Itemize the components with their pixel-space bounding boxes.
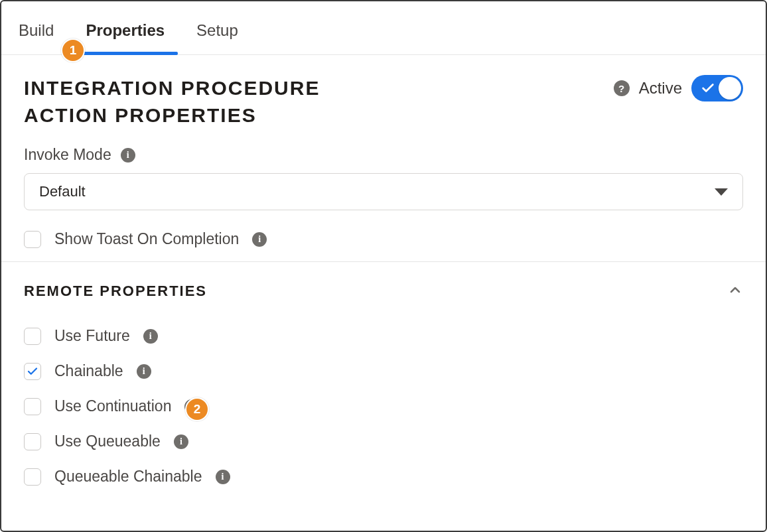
show-toast-row: Show Toast On Completion i bbox=[24, 230, 743, 248]
page-title-line1: INTEGRATION PROCEDURE bbox=[24, 77, 320, 99]
page-title-line2: ACTION PROPERTIES bbox=[24, 104, 257, 126]
info-icon[interactable]: i bbox=[216, 470, 230, 484]
tab-setup[interactable]: Setup bbox=[184, 1, 258, 54]
show-toast-label: Show Toast On Completion bbox=[54, 230, 239, 248]
chainable-label: Chainable bbox=[54, 362, 123, 380]
use-future-label: Use Future bbox=[54, 327, 130, 345]
use-future-row: Use Future i bbox=[24, 327, 743, 345]
active-toggle-group: ? Active bbox=[614, 75, 743, 101]
properties-header: INTEGRATION PROCEDURE ACTION PROPERTIES … bbox=[1, 55, 766, 134]
remote-properties-header: REMOTE PROPERTIES bbox=[24, 282, 743, 300]
help-icon[interactable]: ? bbox=[614, 80, 630, 96]
info-icon[interactable]: i bbox=[252, 232, 267, 247]
invoke-mode-label-text: Invoke Mode bbox=[24, 146, 111, 164]
chainable-checkbox[interactable] bbox=[24, 363, 41, 380]
page-title: INTEGRATION PROCEDURE ACTION PROPERTIES bbox=[24, 75, 320, 129]
use-queueable-label: Use Queueable bbox=[54, 432, 161, 450]
use-queueable-checkbox[interactable] bbox=[24, 433, 41, 450]
invoke-mode-select[interactable]: Default bbox=[24, 173, 743, 210]
toggle-knob bbox=[719, 77, 741, 100]
queueable-chainable-row: Queueable Chainable i bbox=[24, 468, 743, 486]
use-future-checkbox[interactable] bbox=[24, 328, 41, 345]
chainable-row: Chainable i bbox=[24, 362, 743, 380]
callout-1: 1 bbox=[61, 38, 85, 62]
info-icon[interactable]: i bbox=[143, 329, 158, 344]
tab-bar: Build Properties Setup bbox=[1, 1, 766, 55]
remote-properties-list: Use Future i Chainable i Use Continuatio… bbox=[24, 327, 743, 486]
use-continuation-checkbox[interactable] bbox=[24, 398, 41, 415]
app-frame: 1 2 Build Properties Setup INTEGRATION P… bbox=[0, 0, 767, 532]
remote-properties-title: REMOTE PROPERTIES bbox=[24, 283, 207, 300]
invoke-mode-label: Invoke Mode i bbox=[24, 146, 743, 164]
use-queueable-row: Use Queueable i bbox=[24, 432, 743, 450]
queueable-chainable-checkbox[interactable] bbox=[24, 468, 41, 486]
info-icon[interactable]: i bbox=[121, 148, 135, 163]
callout-2: 2 bbox=[185, 397, 209, 421]
chevron-down-icon bbox=[715, 188, 728, 196]
tab-properties[interactable]: Properties bbox=[74, 1, 184, 54]
main-properties: Invoke Mode i Default Show Toast On Comp… bbox=[1, 134, 766, 262]
collapse-section-button[interactable] bbox=[727, 282, 743, 300]
show-toast-checkbox[interactable] bbox=[24, 231, 41, 248]
info-icon[interactable]: i bbox=[137, 364, 151, 379]
use-continuation-row: Use Continuation i bbox=[24, 397, 743, 415]
use-continuation-label: Use Continuation bbox=[54, 397, 171, 415]
queueable-chainable-label: Queueable Chainable bbox=[54, 468, 202, 486]
active-label: Active bbox=[639, 79, 682, 98]
active-toggle[interactable] bbox=[691, 75, 743, 101]
invoke-mode-value: Default bbox=[39, 183, 86, 200]
check-icon bbox=[701, 81, 715, 98]
info-icon[interactable]: i bbox=[174, 434, 188, 449]
remote-properties-section: REMOTE PROPERTIES Use Future i Chainable… bbox=[1, 262, 766, 492]
